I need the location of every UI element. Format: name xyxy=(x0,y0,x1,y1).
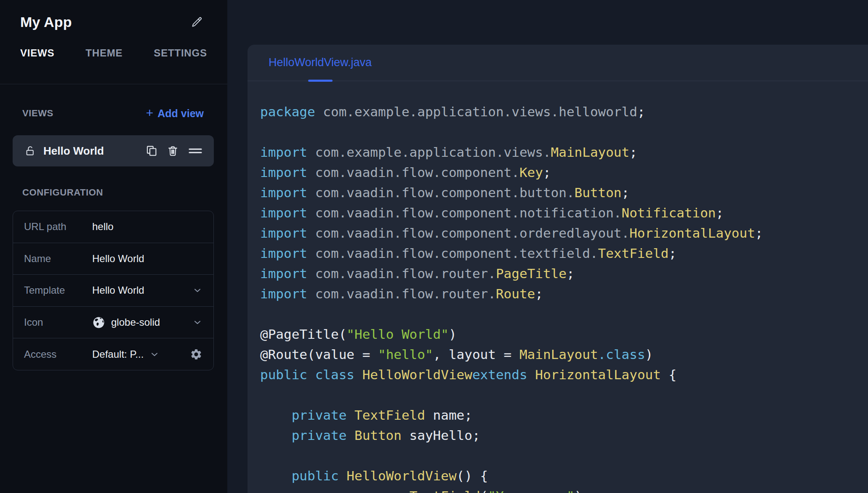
unlock-icon xyxy=(24,145,36,157)
url-path-label: URL path xyxy=(24,221,92,233)
editor-tab-label: HelloWorldView.java xyxy=(269,56,372,69)
drag-view-handle[interactable] xyxy=(187,145,204,156)
url-path-value: hello xyxy=(92,221,114,233)
template-select[interactable]: Hello World xyxy=(92,284,202,296)
code-line: import com.vaadin.flow.component.notific… xyxy=(260,203,868,223)
tab-helloworldview-java[interactable]: HelloWorldView.java xyxy=(264,45,376,80)
code-line: public class HelloWorldViewextends Horiz… xyxy=(260,364,868,385)
url-path-input[interactable]: hello xyxy=(92,221,202,233)
config-row-url-path: URL path hello xyxy=(13,211,213,243)
view-item-label: Hello World xyxy=(43,145,104,158)
code-line: private TextField name; xyxy=(260,405,868,425)
code-editor[interactable]: package com.example.application.views.he… xyxy=(248,81,868,493)
config-row-name: Name Hello World xyxy=(13,243,213,275)
code-line: private Button sayHello; xyxy=(260,425,868,445)
code-line: import com.vaadin.flow.router.PageTitle; xyxy=(260,263,868,284)
app-title: My App xyxy=(20,14,72,30)
name-input[interactable]: Hello World xyxy=(92,253,202,265)
app-window: My App VIEWS THEME SETTINGS VIEWS + Add … xyxy=(0,0,868,493)
edit-app-name-button[interactable] xyxy=(191,16,203,28)
pencil-icon xyxy=(191,16,203,28)
configuration-section-title: CONFIGURATION xyxy=(22,187,103,198)
access-settings-button[interactable] xyxy=(190,348,202,361)
code-line: package com.example.application.views.he… xyxy=(260,102,868,122)
config-row-template: Template Hello World xyxy=(13,274,213,306)
chevron-down-icon xyxy=(192,285,202,295)
trash-icon xyxy=(167,145,179,157)
icon-select[interactable]: globe-solid xyxy=(92,316,202,329)
sidebar-header: My App xyxy=(20,12,203,32)
template-label: Template xyxy=(24,284,92,296)
code-line: @Route(value = "hello", layout = MainLay… xyxy=(260,344,868,364)
duplicate-view-button[interactable] xyxy=(144,144,159,158)
views-section-title: VIEWS xyxy=(22,108,53,119)
code-line: name = new TextField("Your name"); xyxy=(260,486,868,493)
access-value: Default: P... xyxy=(92,348,144,360)
config-row-icon: Icon globe-solid xyxy=(13,306,213,338)
code-line xyxy=(260,445,868,466)
code-line: import com.vaadin.flow.component.textfie… xyxy=(260,243,868,263)
plus-icon: + xyxy=(146,107,154,119)
icon-value: globe-solid xyxy=(111,316,160,328)
code-line: public HelloWorldView() { xyxy=(260,466,868,486)
tab-theme[interactable]: THEME xyxy=(85,47,122,59)
copy-icon xyxy=(145,145,158,157)
view-item-actions xyxy=(144,144,204,158)
drag-handle-icon xyxy=(188,146,203,155)
globe-icon xyxy=(92,316,105,329)
active-tab-underline xyxy=(308,80,333,82)
add-view-button[interactable]: + Add view xyxy=(146,107,204,120)
config-row-access: Access Default: P... xyxy=(13,338,213,370)
name-label: Name xyxy=(24,253,92,265)
add-view-label: Add view xyxy=(157,107,204,120)
code-panel: HelloWorldView.java package com.example.… xyxy=(248,45,868,493)
code-line: @PageTitle("Hello World") xyxy=(260,324,868,344)
configuration-panel: URL path hello Name Hello World Template… xyxy=(13,211,214,370)
sidebar-tabs: VIEWS THEME SETTINGS xyxy=(20,47,207,59)
editor-area: HelloWorldView.java package com.example.… xyxy=(227,0,868,493)
code-line xyxy=(260,385,868,405)
access-label: Access xyxy=(24,348,92,360)
code-line xyxy=(260,304,868,324)
editor-tabbar: HelloWorldView.java xyxy=(248,45,868,81)
code-line: import com.vaadin.flow.component.ordered… xyxy=(260,223,868,243)
tab-settings[interactable]: SETTINGS xyxy=(154,47,207,59)
code-line xyxy=(260,122,868,142)
name-value: Hello World xyxy=(92,253,144,265)
delete-view-button[interactable] xyxy=(166,144,180,158)
gear-icon xyxy=(190,348,202,361)
access-select[interactable]: Default: P... xyxy=(92,348,202,361)
chevron-down-icon xyxy=(192,317,202,327)
code-line: import com.vaadin.flow.router.Route; xyxy=(260,284,868,304)
sidebar: My App VIEWS THEME SETTINGS VIEWS + Add … xyxy=(0,0,227,493)
chevron-down-icon xyxy=(149,349,160,359)
code-line: import com.example.application.views.Mai… xyxy=(260,142,868,162)
icon-label: Icon xyxy=(24,316,92,328)
tabs-divider xyxy=(0,84,227,84)
code-line: import com.vaadin.flow.component.Key; xyxy=(260,162,868,182)
code-line: import com.vaadin.flow.component.button.… xyxy=(260,182,868,203)
view-list-item-hello-world[interactable]: Hello World xyxy=(13,135,214,166)
views-section-header: VIEWS + Add view xyxy=(22,106,204,121)
tab-views[interactable]: VIEWS xyxy=(20,47,54,59)
template-value: Hello World xyxy=(92,284,144,296)
